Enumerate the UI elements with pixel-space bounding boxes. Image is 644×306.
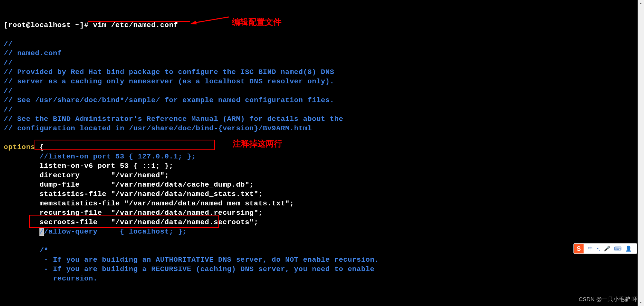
- config-line-memstatistics: memstatistics-file "/var/named/data/name…: [4, 199, 294, 208]
- config-line-secroots: secroots-file "/var/named/data/named.sec…: [4, 218, 258, 226]
- config-line-allow-query: //allow-query { localhost; };: [4, 228, 187, 236]
- scrollbar[interactable]: ▴ ▾: [638, 0, 644, 306]
- file-comment-line: // server as a caching only nameserver (…: [4, 77, 334, 86]
- config-line-listen-on: //listen-on port 53 { 127.0.0.1; };: [4, 152, 196, 161]
- ime-keyboard-icon[interactable]: ⌨: [614, 244, 621, 253]
- scroll-up-button[interactable]: ▴: [638, 0, 644, 6]
- terminal-area[interactable]: [root@localhost ~]# vim /etc/named.conf …: [0, 0, 644, 287]
- block-comment-line: - If you are building an AUTHORITATIVE D…: [4, 256, 379, 264]
- block-comment-line: - If you are building a RECURSIVE (cachi…: [4, 265, 375, 273]
- config-line-recursing: recursing-file "/var/named/data/named.re…: [4, 209, 263, 217]
- watermark-text: CSDN @一只小毛驴 吥: [579, 294, 637, 304]
- arrow-annotation: [190, 14, 231, 25]
- ime-punct-icon[interactable]: •,: [597, 244, 600, 253]
- underline-annotation: [88, 21, 190, 22]
- ime-logo-icon[interactable]: S: [574, 244, 584, 253]
- file-comment-line: //: [4, 87, 13, 95]
- file-comment-line: // See /usr/share/doc/bind*/sample/ for …: [4, 96, 334, 104]
- file-comment-line: // configuration located in /usr/share/d…: [4, 124, 312, 133]
- options-keyword: options: [4, 143, 35, 151]
- shell-prompt: [root@localhost ~]#: [4, 21, 93, 29]
- config-line-dump-file: dump-file "/var/named/data/cache_dump.db…: [4, 181, 254, 189]
- file-comment-line: // named.conf: [4, 49, 62, 57]
- annotation-comment-lines: 注释掉这两行: [233, 139, 282, 148]
- scroll-down-button[interactable]: ▾: [638, 300, 644, 306]
- file-comment-line: //: [4, 59, 13, 67]
- options-brace: {: [35, 143, 44, 151]
- shell-command: vim /etc/named.conf: [93, 21, 178, 29]
- svg-marker-1: [190, 21, 197, 24]
- config-line-directory: directory "/var/named";: [4, 171, 169, 179]
- block-comment-line: recursion.: [4, 274, 98, 283]
- ime-lang-toggle[interactable]: 中: [588, 244, 593, 253]
- annotation-edit-config: 编辑配置文件: [232, 17, 281, 27]
- file-comment-line: // See the BIND Administrator's Referenc…: [4, 115, 343, 123]
- ime-mic-icon[interactable]: 🎤: [604, 244, 610, 253]
- block-comment-line: /*: [4, 246, 48, 255]
- svg-line-0: [194, 17, 229, 23]
- ime-toolbar[interactable]: S 中 •, 🎤 ⌨ 👤: [573, 243, 637, 254]
- cursor-position: /: [39, 228, 44, 236]
- config-line-statistics: statistics-file "/var/named/data/named_s…: [4, 190, 263, 198]
- config-line-listen-on-v6: listen-on-v6 port 53 { ::1; };: [4, 162, 173, 170]
- file-comment-line: // Provided by Red Hat bind package to c…: [4, 68, 334, 76]
- file-comment-line: //: [4, 40, 13, 48]
- file-comment-line: //: [4, 106, 13, 114]
- ime-user-icon[interactable]: 👤: [625, 244, 632, 253]
